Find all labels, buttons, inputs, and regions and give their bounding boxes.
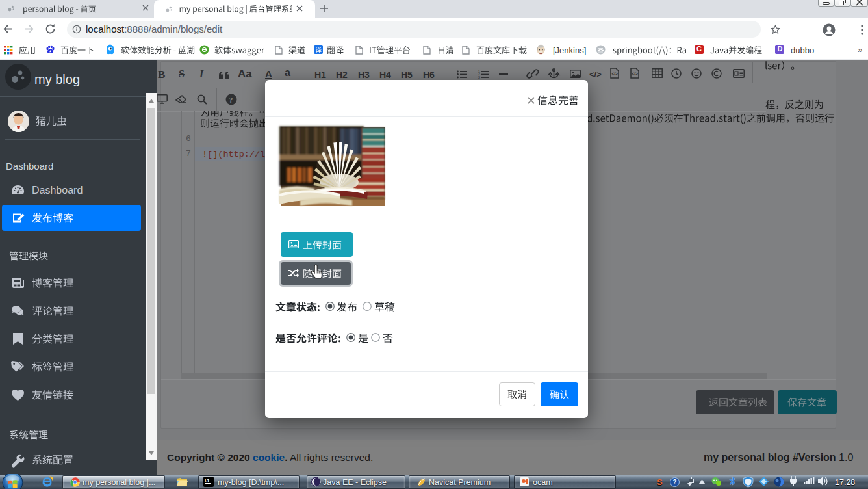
svg-text:</>: </> [612, 72, 619, 76]
svg-text:?: ? [229, 96, 233, 105]
svg-text:</>: </> [632, 72, 639, 76]
svg-text:3: 3 [478, 75, 480, 79]
svg-text:?: ? [673, 479, 677, 486]
